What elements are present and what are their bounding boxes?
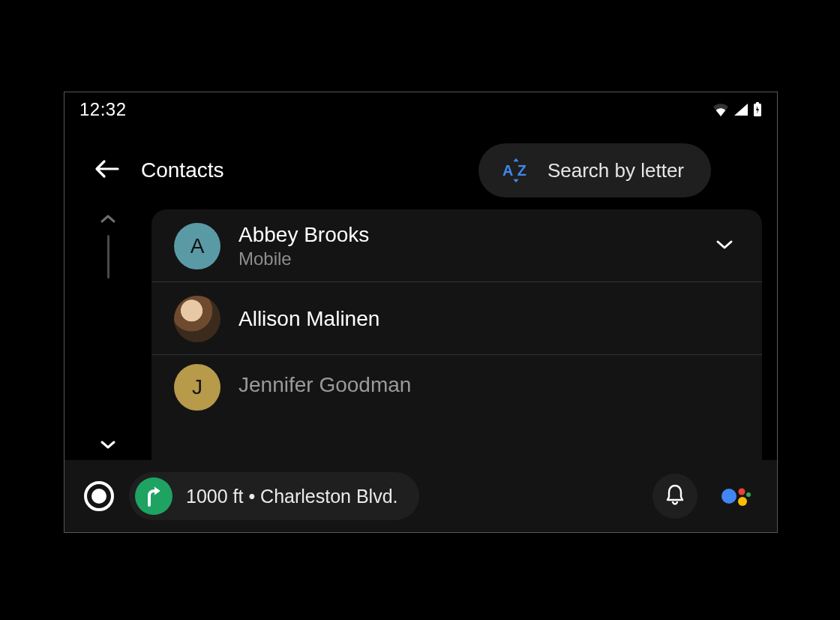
scroll-track: [107, 235, 110, 278]
status-time: 12:32: [80, 99, 127, 120]
svg-point-7: [746, 492, 751, 497]
scroll-up-button[interactable]: [99, 212, 117, 278]
contact-name: Allison Malinen: [238, 307, 735, 331]
navigation-text: 1000 ft • Charleston Blvd.: [186, 486, 398, 507]
avatar: A: [174, 223, 220, 269]
cellular-signal-icon: [734, 103, 748, 116]
contacts-list: A Abbey Brooks Mobile Allison Malinen J: [152, 209, 762, 465]
page-title: Contacts: [141, 158, 224, 182]
svg-text:A: A: [502, 162, 513, 179]
app-launcher-button[interactable]: [84, 481, 114, 511]
contact-row[interactable]: Allison Malinen: [152, 282, 762, 355]
contact-name: Jennifer Goodman: [238, 373, 735, 397]
az-sort-icon: A Z: [500, 157, 532, 184]
contact-subtitle: Mobile: [238, 248, 696, 269]
search-by-letter-button[interactable]: A Z Search by letter: [478, 143, 711, 197]
assistant-button[interactable]: [718, 480, 752, 513]
contact-name: Abbey Brooks: [238, 223, 696, 247]
avatar: [174, 296, 220, 342]
bell-icon: [665, 483, 685, 509]
search-by-letter-label: Search by letter: [548, 159, 684, 182]
turn-right-icon: [135, 477, 172, 515]
scroll-rail: [64, 209, 152, 465]
avatar: J: [174, 364, 220, 411]
header: Contacts A Z Search by letter: [64, 121, 777, 209]
expand-icon[interactable]: [714, 238, 735, 254]
svg-point-4: [722, 489, 736, 504]
contact-row[interactable]: A Abbey Brooks Mobile: [152, 209, 762, 282]
svg-text:Z: Z: [518, 162, 526, 179]
status-icons: [712, 102, 762, 117]
back-button[interactable]: [92, 155, 122, 185]
chevron-up-icon: [99, 212, 117, 227]
svg-point-5: [739, 489, 746, 495]
svg-rect-1: [756, 102, 759, 104]
scroll-down-button[interactable]: [99, 439, 117, 454]
wifi-icon: [712, 103, 729, 116]
chevron-down-icon: [99, 441, 117, 453]
notifications-button[interactable]: [652, 474, 698, 519]
bottom-bar: 1000 ft • Charleston Blvd.: [64, 460, 777, 532]
status-bar: 12:32: [64, 92, 777, 121]
svg-point-6: [738, 497, 747, 506]
contact-row[interactable]: J Jennifer Goodman: [152, 355, 762, 391]
navigation-pill[interactable]: 1000 ft • Charleston Blvd.: [129, 472, 419, 520]
battery-charging-icon: [753, 102, 762, 117]
assistant-icon: [718, 502, 752, 515]
back-arrow-icon: [94, 158, 119, 182]
